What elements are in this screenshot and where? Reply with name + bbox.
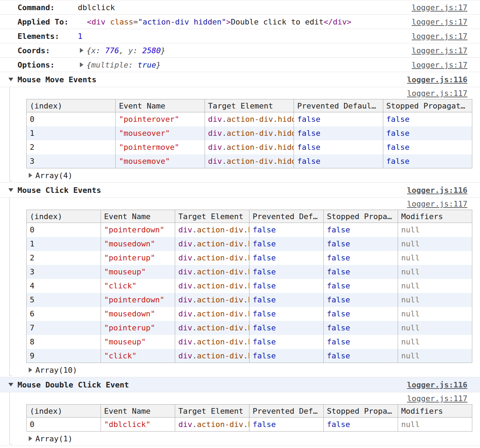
source-link[interactable]: logger.js:116 <box>407 186 467 195</box>
token-punct: . <box>192 253 197 262</box>
source-link[interactable]: logger.js:17 <box>412 18 467 26</box>
token-punct: = <box>133 18 138 26</box>
cell-prevented-default: false <box>294 112 383 126</box>
events-table: (index)Event NameTarget ElementPrevented… <box>26 404 472 432</box>
source-link[interactable]: logger.js:117 <box>407 394 467 403</box>
cell-index: 0 <box>27 418 101 432</box>
cell-modifiers: null <box>398 265 472 279</box>
message-value: {multiple: true} <box>78 61 161 69</box>
table-header-cell[interactable]: Event Name <box>101 210 175 223</box>
cell-modifiers: null <box>398 321 472 335</box>
token-class: action-div <box>197 323 243 332</box>
table-header-cell[interactable]: Event Name <box>116 99 205 112</box>
table-row: 6"mousedown"div.action-div.hiddenfalsefa… <box>27 307 472 321</box>
cell-index: 7 <box>27 321 101 335</box>
table-header-cell[interactable]: (index) <box>27 405 101 418</box>
source-link[interactable]: logger.js:117 <box>407 89 467 98</box>
cell-event-name: "mousedown" <box>101 237 175 251</box>
table-body: 0"pointerover"div.action-div.hiddenfalse… <box>27 112 472 168</box>
expand-triangle-icon[interactable] <box>29 368 32 372</box>
table-message-source-row: logger.js:117 <box>0 392 480 404</box>
expand-triangle-icon[interactable] <box>29 436 32 441</box>
collapse-triangle-icon[interactable] <box>8 383 13 386</box>
group-header[interactable]: Mouse Click Eventslogger.js:116 <box>0 183 480 198</box>
cell-event-name: "pointerdown" <box>101 223 175 237</box>
group-header[interactable]: Mouse Double Click Eventlogger.js:116 <box>0 377 480 392</box>
source-link[interactable]: logger.js:116 <box>407 380 467 389</box>
cell-target-element: div.action-div.hidden <box>205 126 294 140</box>
token-tag: > <box>226 18 231 26</box>
expand-triangle-icon[interactable] <box>80 48 83 53</box>
console-message-row-coords: Coords:{x: 776, y: 2580}logger.js:17 <box>0 43 480 58</box>
token-class: hidden <box>277 157 294 166</box>
source-link[interactable]: logger.js:116 <box>407 75 467 84</box>
cell-target-element: div.action-div.hidden <box>175 237 249 251</box>
source-link[interactable]: logger.js:17 <box>412 32 467 41</box>
table-row: 0"pointerover"div.action-div.hiddenfalse… <box>27 112 472 126</box>
cell-index: 6 <box>27 307 101 321</box>
table-header-cell[interactable]: Modifiers <box>398 405 472 418</box>
array-expander-label[interactable]: Array(4) <box>35 171 73 180</box>
table-row: 2"pointerup"div.action-div.hiddenfalsefa… <box>27 251 472 265</box>
array-expander-label[interactable]: Array(10) <box>35 366 77 374</box>
table-header-cell[interactable]: Modifiers <box>398 210 472 223</box>
table-body: 0"dblclick"div.action-div.hiddenfalsefal… <box>27 418 472 432</box>
table-header-cell[interactable]: Prevented Def… <box>249 405 324 418</box>
table-header-cell[interactable]: Target Element <box>205 99 294 112</box>
cell-stopped-propagation: false <box>383 112 472 126</box>
events-table: (index)Event NameTarget ElementPrevented… <box>26 210 472 363</box>
table-header-cell[interactable]: Stopped Propa… <box>324 210 398 223</box>
group-header[interactable]: Mouse Move Eventslogger.js:116 <box>0 72 480 87</box>
table-header-cell[interactable]: (index) <box>27 210 101 223</box>
cell-index: 3 <box>27 265 101 279</box>
token-class: action-div <box>197 281 243 290</box>
cell-modifiers: null <box>398 293 472 307</box>
token-plain <box>105 18 110 26</box>
group-body: logger.js:117(index)Event NameTarget Ele… <box>0 392 480 446</box>
cell-prevented-default: false <box>249 223 324 237</box>
group-title: Mouse Double Click Event <box>18 380 129 389</box>
token-tag: </div> <box>324 18 351 26</box>
cell-prevented-default: false <box>249 321 324 335</box>
token-num: 2580 <box>142 46 161 55</box>
table-header-cell[interactable]: Stopped Propa… <box>324 405 398 418</box>
token-class: hidden <box>248 420 249 429</box>
source-link[interactable]: logger.js:17 <box>412 46 467 55</box>
expand-triangle-icon[interactable] <box>80 62 83 67</box>
array-expander-label[interactable]: Array(1) <box>35 434 73 443</box>
collapse-triangle-icon[interactable] <box>8 188 13 192</box>
token-tag: div <box>208 157 222 166</box>
table-header-cell[interactable]: Prevented Def… <box>249 210 324 223</box>
cell-modifiers: null <box>398 349 472 363</box>
message-value: dblclick <box>78 3 115 12</box>
array-expander-row: Array(1) <box>0 432 480 446</box>
message-value: <div class="action-div hidden">Double cl… <box>78 18 351 26</box>
cell-target-element: div.action-div.hidden <box>205 154 294 168</box>
token-tag: div <box>208 143 222 152</box>
events-table: (index)Event NameTarget ElementPrevented… <box>26 99 472 168</box>
table-head: (index)Event NameTarget ElementPrevented… <box>27 405 472 418</box>
cell-index: 2 <box>27 251 101 265</box>
cell-event-name: "pointerup" <box>101 321 175 335</box>
table-header-cell[interactable]: (index) <box>27 99 116 112</box>
token-tag: div <box>178 225 192 234</box>
table-header-cell[interactable]: Target Element <box>175 405 249 418</box>
table-header-cell[interactable]: Event Name <box>101 405 175 418</box>
token-punct: . <box>273 129 277 138</box>
source-link[interactable]: logger.js:17 <box>412 3 467 12</box>
collapse-triangle-icon[interactable] <box>8 78 13 81</box>
cell-target-element: div.action-div.hidden <box>175 265 249 279</box>
table-header-cell[interactable]: Prevented Defaul… <box>294 99 383 112</box>
source-link[interactable]: logger.js:117 <box>407 200 467 208</box>
array-expander-row: Array(4) <box>0 168 480 182</box>
expand-triangle-icon[interactable] <box>29 173 32 178</box>
token-tag: div <box>178 281 192 290</box>
message-value-text: {x: 776, y: 2580} <box>87 46 165 55</box>
cell-stopped-propagation: false <box>324 335 398 349</box>
source-link[interactable]: logger.js:17 <box>412 61 467 69</box>
group-body: logger.js:117(index)Event NameTarget Ele… <box>0 87 480 183</box>
table-header-cell[interactable]: Target Element <box>175 210 249 223</box>
table-header-cell[interactable]: Stopped Propagat… <box>383 99 472 112</box>
token-class: action-div <box>197 225 243 234</box>
cell-index: 5 <box>27 293 101 307</box>
